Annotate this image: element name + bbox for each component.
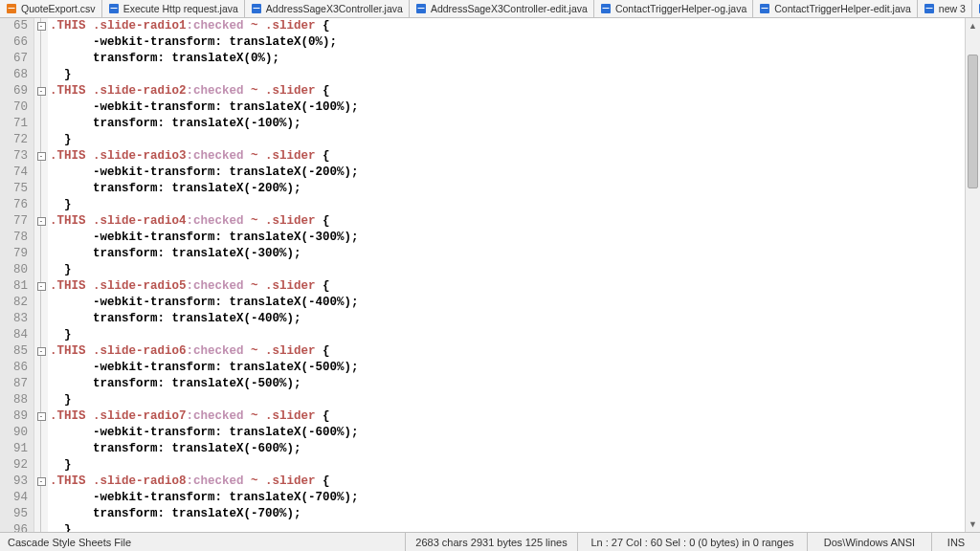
fold-toggle-icon[interactable]: - <box>37 477 46 486</box>
scroll-thumb[interactable] <box>968 55 978 188</box>
code-line[interactable]: transform: translateX(-100%); <box>50 116 965 132</box>
fold-row <box>34 34 48 51</box>
fold-gutter: -------- <box>34 18 48 532</box>
line-number: 79 <box>6 246 28 262</box>
editor-tab[interactable]: ContactTriggerHelper-edit.java <box>753 0 918 17</box>
fold-toggle-icon[interactable]: - <box>37 152 46 161</box>
svg-rect-5 <box>253 8 259 9</box>
fold-row[interactable]: - <box>34 148 48 165</box>
fold-row <box>34 197 48 213</box>
status-eol-encoding: Dos\Windows ANSI <box>808 533 932 551</box>
code-line[interactable]: .THIS .slide-radio3:checked ~ .slider { <box>50 148 965 165</box>
fold-row <box>34 392 48 408</box>
fold-row <box>34 230 48 246</box>
code-line[interactable]: .THIS .slide-radio5:checked ~ .slider { <box>50 278 965 295</box>
fold-row[interactable]: - <box>34 83 48 99</box>
fold-row[interactable]: - <box>34 278 48 295</box>
editor-tab[interactable]: Execute Http request.java <box>102 0 245 17</box>
editor-area: 6566676869707172737475767778798081828384… <box>0 18 980 532</box>
code-line[interactable]: } <box>50 522 965 532</box>
code-line[interactable]: transform: translateX(-700%); <box>50 506 965 522</box>
code-line[interactable]: -webkit-transform: translateX(-500%); <box>50 360 965 376</box>
file-icon <box>251 3 262 14</box>
fold-row[interactable]: - <box>34 474 48 490</box>
code-line[interactable]: -webkit-transform: translateX(-600%); <box>50 425 965 441</box>
fold-row <box>34 99 48 116</box>
line-number: 65 <box>6 18 28 34</box>
code-area[interactable]: .THIS .slide-radio1:checked ~ .slider { … <box>48 18 965 532</box>
line-number: 91 <box>6 441 28 457</box>
code-line[interactable]: -webkit-transform: translateX(-300%); <box>50 230 965 246</box>
code-line[interactable]: } <box>50 327 965 343</box>
code-line[interactable]: transform: translateX(-200%); <box>50 181 965 197</box>
editor-tab[interactable]: new 3 <box>918 0 972 17</box>
fold-toggle-icon[interactable]: - <box>37 412 46 421</box>
status-cursor-position: Ln : 27 Col : 60 Sel : 0 (0 bytes) in 0 … <box>578 533 808 551</box>
editor-tab[interactable]: new 4 <box>972 0 980 17</box>
vertical-scrollbar[interactable]: ▲ ▼ <box>965 18 980 532</box>
line-number-gutter: 6566676869707172737475767778798081828384… <box>0 18 34 532</box>
code-line[interactable]: .THIS .slide-radio1:checked ~ .slider { <box>50 18 965 34</box>
tab-label: Execute Http request.java <box>123 3 238 14</box>
line-number: 68 <box>6 67 28 83</box>
editor-tab[interactable]: QuoteExport.csv <box>0 0 102 17</box>
fold-toggle-icon[interactable]: - <box>37 217 46 226</box>
line-number: 84 <box>6 327 28 343</box>
fold-row[interactable]: - <box>34 408 48 425</box>
code-line[interactable]: transform: translateX(-300%); <box>50 246 965 262</box>
fold-row <box>34 457 48 474</box>
line-number: 80 <box>6 262 28 278</box>
code-line[interactable]: transform: translateX(-600%); <box>50 441 965 457</box>
line-number: 86 <box>6 360 28 376</box>
editor-tab[interactable]: ContactTriggerHelper-og.java <box>594 0 753 17</box>
fold-row <box>34 425 48 441</box>
code-line[interactable]: -webkit-transform: translateX(-200%); <box>50 165 965 181</box>
fold-row[interactable]: - <box>34 343 48 360</box>
tab-label: AddressSageX3Controller-edit.java <box>431 3 588 14</box>
code-line[interactable]: .THIS .slide-radio7:checked ~ .slider { <box>50 408 965 425</box>
line-number: 83 <box>6 311 28 327</box>
line-number: 96 <box>6 522 28 532</box>
fold-row <box>34 506 48 522</box>
line-number: 78 <box>6 230 28 246</box>
code-line[interactable]: -webkit-transform: translateX(-400%); <box>50 295 965 311</box>
line-number: 77 <box>6 213 28 230</box>
code-line[interactable]: transform: translateX(0%); <box>50 51 965 67</box>
code-line[interactable]: } <box>50 457 965 474</box>
code-line[interactable]: } <box>50 67 965 83</box>
scroll-up-button[interactable]: ▲ <box>966 18 980 33</box>
fold-row[interactable]: - <box>34 18 48 34</box>
editor-tab[interactable]: AddressSageX3Controller-edit.java <box>410 0 594 17</box>
editor-tab[interactable]: AddressSageX3Controller.java <box>245 0 410 17</box>
svg-rect-11 <box>762 8 768 9</box>
fold-row[interactable]: - <box>34 213 48 230</box>
code-line[interactable]: } <box>50 197 965 213</box>
code-line[interactable]: -webkit-transform: translateX(-700%); <box>50 490 965 506</box>
code-line[interactable]: .THIS .slide-radio2:checked ~ .slider { <box>50 83 965 99</box>
line-number: 71 <box>6 116 28 132</box>
fold-row <box>34 67 48 83</box>
code-line[interactable]: .THIS .slide-radio4:checked ~ .slider { <box>50 213 965 230</box>
line-number: 89 <box>6 408 28 425</box>
fold-toggle-icon[interactable]: - <box>37 22 46 31</box>
code-line[interactable]: -webkit-transform: translateX(-100%); <box>50 99 965 116</box>
fold-toggle-icon[interactable]: - <box>37 87 46 96</box>
scroll-down-button[interactable]: ▼ <box>966 517 980 532</box>
fold-row <box>34 165 48 181</box>
fold-toggle-icon[interactable]: - <box>37 282 46 291</box>
fold-row <box>34 51 48 67</box>
file-icon <box>108 3 120 14</box>
fold-toggle-icon[interactable]: - <box>37 347 46 356</box>
code-line[interactable]: -webkit-transform: translateX(0%); <box>50 34 965 51</box>
code-line[interactable]: } <box>50 262 965 278</box>
code-line[interactable]: } <box>50 132 965 148</box>
tab-label: new 3 <box>939 3 966 14</box>
code-line[interactable]: .THIS .slide-radio6:checked ~ .slider { <box>50 343 965 360</box>
line-number: 95 <box>6 506 28 522</box>
code-line[interactable]: transform: translateX(-400%); <box>50 311 965 327</box>
code-line[interactable]: } <box>50 392 965 408</box>
svg-rect-7 <box>417 8 424 9</box>
code-line[interactable]: .THIS .slide-radio8:checked ~ .slider { <box>50 474 965 490</box>
code-line[interactable]: transform: translateX(-500%); <box>50 376 965 392</box>
status-insert-mode: INS <box>932 533 980 551</box>
